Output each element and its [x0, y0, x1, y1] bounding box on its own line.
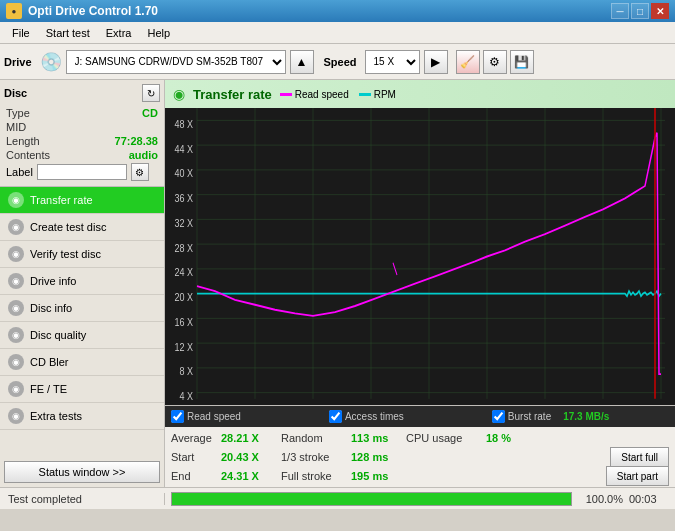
- speed-select[interactable]: 15 X: [365, 50, 420, 74]
- svg-text:20 X: 20 X: [175, 291, 194, 303]
- svg-text:28 X: 28 X: [175, 242, 194, 254]
- nav-extra-tests[interactable]: ◉ Extra tests: [0, 403, 164, 430]
- average-label: Average: [171, 432, 221, 444]
- access-times-check-label: Access times: [345, 411, 404, 422]
- nav-cd-bler[interactable]: ◉ CD Bler: [0, 349, 164, 376]
- progress-label: 100.0%: [578, 493, 623, 505]
- legend-read-speed-label: Read speed: [295, 89, 349, 100]
- nav-verify-test-disc[interactable]: ◉ Verify test disc: [0, 241, 164, 268]
- read-speed-color: [280, 93, 292, 96]
- transfer-rate-icon: ◉: [8, 192, 24, 208]
- menu-extra[interactable]: Extra: [98, 25, 140, 41]
- length-label: Length: [6, 135, 40, 147]
- nav-fe-te[interactable]: ◉ FE / TE: [0, 376, 164, 403]
- status-window-button[interactable]: Status window >>: [4, 461, 160, 483]
- maximize-button[interactable]: □: [631, 3, 649, 19]
- menubar: File Start test Extra Help: [0, 22, 675, 44]
- burst-rate-value: 17.3 MB/s: [563, 411, 609, 422]
- average-value: 28.21 X: [221, 432, 281, 444]
- toolbar: Drive 💿 J: SAMSUNG CDRW/DVD SM-352B T807…: [0, 44, 675, 80]
- nav-drive-info[interactable]: ◉ Drive info: [0, 268, 164, 295]
- read-speed-checkbox[interactable]: [171, 410, 184, 423]
- start-part-button[interactable]: Start part: [606, 466, 669, 486]
- nav-drive-info-label: Drive info: [30, 275, 76, 287]
- disc-length-row: Length 77:28.38: [4, 134, 160, 148]
- random-value: 113 ms: [351, 432, 406, 444]
- progress-bar-background: [171, 492, 572, 506]
- app-icon: ●: [6, 3, 22, 19]
- rpm-color: [359, 93, 371, 96]
- nav-transfer-rate[interactable]: ◉ Transfer rate: [0, 187, 164, 214]
- type-label: Type: [6, 107, 30, 119]
- statusbar: Test completed 100.0% 00:03: [0, 487, 675, 509]
- burst-rate-checkbox[interactable]: [492, 410, 505, 423]
- speed-go-button[interactable]: ▶: [424, 50, 448, 74]
- legend-rpm: RPM: [359, 89, 396, 100]
- clear-button[interactable]: 🧹: [456, 50, 480, 74]
- data-row-start: Start 20.43 X 1/3 stroke 128 ms Start fu…: [171, 448, 669, 466]
- read-speed-check[interactable]: Read speed: [171, 410, 241, 423]
- content-area: ◉ Transfer rate Read speed RPM 48 X: [165, 80, 675, 487]
- speed-label: Speed: [324, 56, 357, 68]
- third-stroke-value: 128 ms: [351, 451, 406, 463]
- titlebar: ● Opti Drive Control 1.70 ─ □ ✕: [0, 0, 675, 22]
- legend-rpm-label: RPM: [374, 89, 396, 100]
- contents-label: Contents: [6, 149, 50, 161]
- disc-refresh-button[interactable]: ↻: [142, 84, 160, 102]
- disc-label-row: Label ⚙: [4, 162, 160, 182]
- svg-text:36 X: 36 X: [175, 192, 194, 204]
- minimize-button[interactable]: ─: [611, 3, 629, 19]
- nav-create-test-disc[interactable]: ◉ Create test disc: [0, 214, 164, 241]
- data-row-average: Average 28.21 X Random 113 ms CPU usage …: [171, 429, 669, 447]
- end-label: End: [171, 470, 221, 482]
- data-row-end: End 24.31 X Full stroke 195 ms Start par…: [171, 467, 669, 485]
- start-full-button[interactable]: Start full: [610, 447, 669, 467]
- svg-text:12 X: 12 X: [175, 341, 194, 353]
- svg-text:24 X: 24 X: [175, 266, 194, 278]
- disc-section: Disc ↻ Type CD MID Length 77:28.38 Conte…: [0, 80, 164, 187]
- close-button[interactable]: ✕: [651, 3, 669, 19]
- length-value: 77:28.38: [115, 135, 158, 147]
- burst-rate-check[interactable]: Burst rate: [492, 410, 551, 423]
- access-times-check[interactable]: Access times: [329, 410, 404, 423]
- access-times-checkbox[interactable]: [329, 410, 342, 423]
- progress-area: 100.0% 00:03: [165, 492, 675, 506]
- drive-icon: 💿: [40, 51, 62, 73]
- end-value: 24.31 X: [221, 470, 281, 482]
- cd-bler-icon: ◉: [8, 354, 24, 370]
- menu-file[interactable]: File: [4, 25, 38, 41]
- nav-extra-tests-label: Extra tests: [30, 410, 82, 422]
- drive-select[interactable]: J: SAMSUNG CDRW/DVD SM-352B T807: [66, 50, 286, 74]
- disc-label-settings-button[interactable]: ⚙: [131, 163, 149, 181]
- svg-text:32 X: 32 X: [175, 217, 194, 229]
- chart-svg: 48 X 44 X 40 X 36 X 32 X 28 X 24 X 20 X …: [165, 108, 675, 405]
- verify-test-disc-icon: ◉: [8, 246, 24, 262]
- nav-cd-bler-label: CD Bler: [30, 356, 69, 368]
- stats-bar: Read speed Access times Burst rate 17.3 …: [165, 405, 675, 427]
- nav-disc-quality[interactable]: ◉ Disc quality: [0, 322, 164, 349]
- settings-button[interactable]: ⚙: [483, 50, 507, 74]
- app-title: Opti Drive Control 1.70: [28, 4, 158, 18]
- third-stroke-label: 1/3 stroke: [281, 451, 351, 463]
- nav-fe-te-label: FE / TE: [30, 383, 67, 395]
- svg-rect-0: [165, 108, 675, 405]
- chart-title: Transfer rate: [193, 87, 272, 102]
- disc-label-label: Label: [6, 166, 33, 178]
- disc-label-input[interactable]: [37, 164, 127, 180]
- chart-legend: Read speed RPM: [280, 89, 396, 100]
- main-area: Disc ↻ Type CD MID Length 77:28.38 Conte…: [0, 80, 675, 487]
- chart-header: ◉ Transfer rate Read speed RPM: [165, 80, 675, 108]
- nav-disc-info[interactable]: ◉ Disc info: [0, 295, 164, 322]
- menu-help[interactable]: Help: [139, 25, 178, 41]
- cpu-label: CPU usage: [406, 432, 486, 444]
- disc-quality-icon: ◉: [8, 327, 24, 343]
- progress-bar-fill: [172, 493, 571, 505]
- drive-info-icon: ◉: [8, 273, 24, 289]
- menu-start-test[interactable]: Start test: [38, 25, 98, 41]
- chart-icon: ◉: [173, 86, 185, 102]
- nav-disc-info-label: Disc info: [30, 302, 72, 314]
- read-speed-check-label: Read speed: [187, 411, 241, 422]
- save-button[interactable]: 💾: [510, 50, 534, 74]
- svg-text:44 X: 44 X: [175, 143, 194, 155]
- drive-eject-button[interactable]: ▲: [290, 50, 314, 74]
